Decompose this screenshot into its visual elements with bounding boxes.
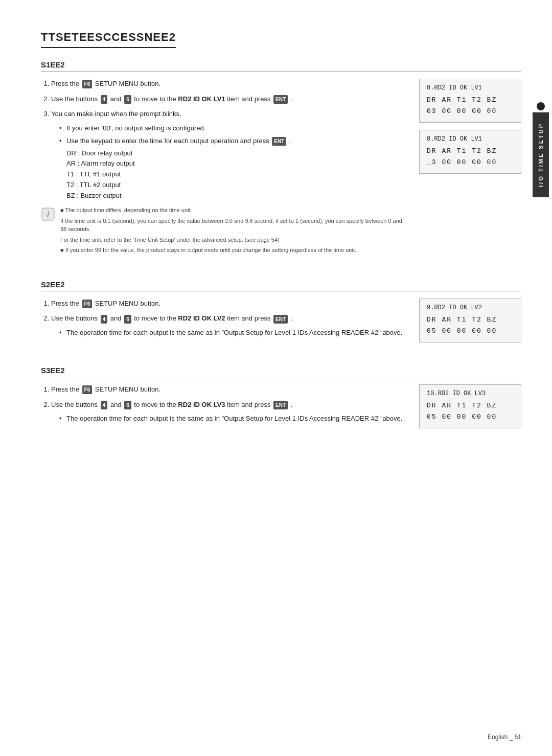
and-2: and <box>110 314 123 322</box>
section2-right: 9.RD2 ID OK LV2 DR AR T1 T2 BZ 05 00 00 … <box>419 299 521 350</box>
section1-right: 8.RD2 ID OK LV1 DR AR T1 T2 BZ 03 00 00 … <box>419 79 521 264</box>
lcd1-row2: 03 00 00 00 00 <box>427 106 514 117</box>
section2-steps: Press the F6 SETUP MENU button. Use the … <box>41 299 407 338</box>
and-1: and <box>110 95 123 103</box>
section2-left: Press the F6 SETUP MENU button. Use the … <box>41 299 407 350</box>
step3-1: Press the F6 SETUP MENU button. <box>51 384 407 395</box>
step3-2-end: . <box>291 401 293 408</box>
ent-key-3: ENT <box>273 315 288 324</box>
bullet1-1-text: If you enter '00', no output setting is … <box>66 124 205 132</box>
sub-dr: DR : Door relay output <box>66 148 407 159</box>
section1-left: Press the F6 SETUP MENU button. Use the … <box>41 79 407 264</box>
lcd2-box: 8.RD2 ID OK LV1 DR AR T1 T2 BZ _3 00 00 … <box>419 130 521 174</box>
lcd4-row1: DR AR T1 T2 BZ <box>427 400 514 411</box>
key4-2: 4 <box>101 315 108 324</box>
section1-bullets: If you enter '00', no output setting is … <box>51 123 407 201</box>
and-3: and <box>110 401 123 408</box>
section3-steps: Press the F6 SETUP MENU button. Use the … <box>41 384 407 424</box>
lcd3-title: 9.RD2 ID OK LV2 <box>427 304 514 311</box>
key6-1: 6 <box>124 95 131 104</box>
section2-bullets: The operation time for each output is th… <box>51 328 407 338</box>
section1-title: S1EE2 <box>41 60 521 72</box>
section-2: S2EE2 Press the F6 SETUP MENU button. Us… <box>41 280 521 350</box>
step1-2-end: . <box>291 95 293 103</box>
note-p1: ■ The output time differs, depending on … <box>60 206 407 215</box>
bullet2-1: The operation time for each output is th… <box>59 328 407 338</box>
step2-1: Press the F6 SETUP MENU button. <box>51 299 407 309</box>
sub-bz: BZ : Buzzer output <box>66 191 407 201</box>
f6-key-2: F6 <box>82 300 93 308</box>
step1-2: Use the buttons 4 and 6 to move to the R… <box>51 94 407 104</box>
side-label: I/O TIME SETUP <box>533 112 549 197</box>
step3-2-text: Use the buttons <box>51 401 100 408</box>
page-footer: English _ 51 <box>488 734 521 741</box>
lcd2-row1: DR AR T1 T2 BZ <box>427 146 514 157</box>
side-vertical: I/O TIME SETUP <box>530 0 552 756</box>
side-circle <box>537 102 545 110</box>
step2-2-text: Use the buttons <box>51 314 100 322</box>
key4-1: 4 <box>101 95 108 104</box>
section3-title: S3EE2 <box>41 366 521 377</box>
bullet3-1-text: The operation time for each output is th… <box>66 415 402 422</box>
key6-3: 6 <box>124 401 131 409</box>
lcd4-row2: 05 00 00 00 00 <box>427 411 514 423</box>
step3-1-text: Press the <box>51 385 81 393</box>
bullet1-2: Use the keypad to enter the time for eac… <box>59 136 407 201</box>
lcd1-box: 8.RD2 ID OK LV1 DR AR T1 T2 BZ 03 00 00 … <box>419 79 521 123</box>
ent-key-4: ENT <box>273 401 288 409</box>
lcd2-title: 8.RD2 ID OK LV1 <box>427 135 514 143</box>
step1-1-suffix: SETUP MENU button. <box>95 80 160 87</box>
step2-2-end: . <box>291 314 293 322</box>
lcd2-row2: _3 00 00 00 00 <box>427 157 514 168</box>
step1-1-text: Press the <box>51 80 81 87</box>
section1-content: Press the F6 SETUP MENU button. Use the … <box>41 79 521 264</box>
note-content-1: ■ The output time differs, depending on … <box>60 206 407 257</box>
sub-ar: AR : Alarm relay output <box>66 158 407 169</box>
page-title-area: TTSETEESCCESSNEE2 <box>41 31 521 48</box>
lcd4-title: 10.RD2 ID OK LV3 <box>427 390 514 397</box>
section3-right: 10.RD2 ID OK LV3 DR AR T1 T2 BZ 05 00 00… <box>419 384 521 436</box>
lcd4-box: 10.RD2 ID OK LV3 DR AR T1 T2 BZ 05 00 00… <box>419 384 521 428</box>
section2-title: S2EE2 <box>41 280 521 291</box>
note-p3: For the time unit, refer to the 'Time Un… <box>60 236 407 244</box>
note-box-1: i ■ The output time differs, depending o… <box>41 206 407 257</box>
section3-bullets: The operation time for each output is th… <box>51 414 407 424</box>
lcd3-row1: DR AR T1 T2 BZ <box>427 314 514 326</box>
section2-content: Press the F6 SETUP MENU button. Use the … <box>41 299 521 350</box>
ent-key-2: ENT <box>272 137 286 146</box>
section1-subbullets: DR : Door relay output AR : Alarm relay … <box>66 148 407 201</box>
lcd1-title: 8.RD2 ID OK LV1 <box>427 84 514 91</box>
step2-1-text: Press the <box>51 300 81 307</box>
section-1: S1EE2 Press the F6 SETUP MENU button. Us… <box>41 60 521 264</box>
f6-key-3: F6 <box>82 385 93 394</box>
lcd3-row2: 05 00 00 00 00 <box>427 326 514 337</box>
step1-2-text: Use the buttons <box>51 95 100 103</box>
bullet3-1: The operation time for each output is th… <box>59 414 407 424</box>
ent-key-1: ENT <box>273 95 288 104</box>
step1-3-text: You can make input when the prompt blink… <box>51 110 181 118</box>
note-p2: If the time unit is 0.1 (second), you ca… <box>60 217 407 234</box>
note-icon-1: i <box>41 207 55 221</box>
bullet2-1-text: The operation time for each output is th… <box>66 329 402 336</box>
step1-3: You can make input when the prompt blink… <box>51 109 407 201</box>
section3-left: Press the F6 SETUP MENU button. Use the … <box>41 384 407 436</box>
note-p4: ■ If you enter 99 for the value, the pro… <box>60 246 407 255</box>
sub-t1: T1 : TTL #1 output <box>66 169 407 180</box>
lcd1-row1: DR AR T1 T2 BZ <box>427 95 514 106</box>
key4-3: 4 <box>101 401 108 409</box>
step3-2-suffix: to move to the RD2 ID OK LV3 item and pr… <box>134 401 270 408</box>
lcd3-box: 9.RD2 ID OK LV2 DR AR T1 T2 BZ 05 00 00 … <box>419 299 521 342</box>
f6-key-1: F6 <box>82 80 93 88</box>
page-title: TTSETEESCCESSNEE2 <box>41 31 176 48</box>
step3-1-suffix: SETUP MENU button. <box>95 385 160 393</box>
step2-2-suffix: to move to the RD2 ID OK LV2 item and pr… <box>134 314 270 322</box>
step1-1: Press the F6 SETUP MENU button. <box>51 79 407 89</box>
section1-steps: Press the F6 SETUP MENU button. Use the … <box>41 79 407 201</box>
step1-2-suffix: to move to the RD2 ID OK LV1 item and pr… <box>134 95 272 103</box>
step2-1-suffix: SETUP MENU button. <box>95 300 160 307</box>
step3-2: Use the buttons 4 and 6 to move to the R… <box>51 400 407 424</box>
section3-content: Press the F6 SETUP MENU button. Use the … <box>41 384 521 436</box>
bullet1-1: If you enter '00', no output setting is … <box>59 123 407 133</box>
bullet1-2-text: Use the keypad to enter the time for eac… <box>66 137 271 145</box>
sub-t2: T2 : TTL #2 output <box>66 180 407 191</box>
